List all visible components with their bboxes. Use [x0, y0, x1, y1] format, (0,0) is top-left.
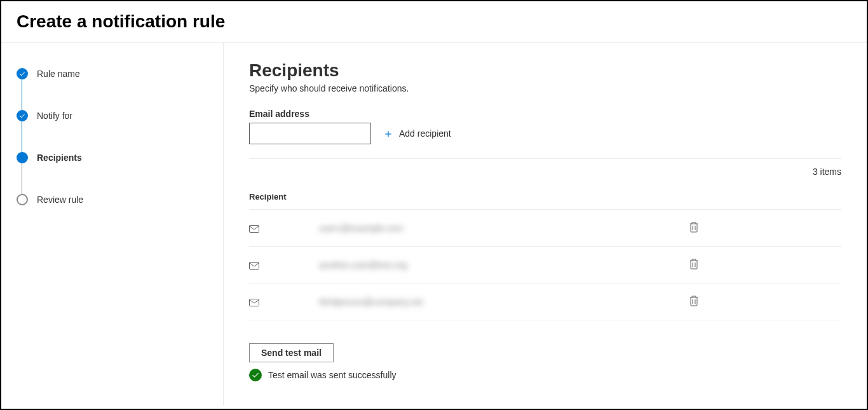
email-input[interactable] — [249, 123, 371, 144]
delete-button[interactable] — [686, 219, 702, 237]
table-row: user1@example.com — [249, 209, 841, 246]
wizard-step-label: Recipients — [37, 153, 82, 163]
recipient-table: user1@example.com another.user@test.org — [249, 209, 841, 320]
success-message: Test email was sent successfully — [249, 369, 841, 381]
section-title: Recipients — [249, 60, 841, 81]
delete-button[interactable] — [686, 256, 702, 274]
section-description: Specify who should receive notifications… — [249, 83, 841, 93]
svg-rect-2 — [250, 299, 259, 306]
email-field-label: Email address — [249, 109, 841, 119]
add-recipient-label: Add recipient — [399, 128, 451, 139]
table-column-header: Recipient — [249, 192, 841, 209]
pending-step-icon — [17, 194, 28, 205]
delete-button[interactable] — [686, 292, 702, 311]
trash-icon — [689, 295, 699, 306]
recipient-email: user1@example.com — [319, 223, 686, 233]
svg-rect-0 — [250, 225, 259, 232]
wizard-step-notify-for[interactable]: Notify for — [17, 110, 208, 152]
page-title: Create a notification rule — [17, 11, 851, 32]
wizard-step-review-rule[interactable]: Review rule — [17, 194, 208, 205]
plus-icon: ＋ — [383, 126, 394, 141]
add-recipient-button[interactable]: ＋ Add recipient — [383, 126, 451, 141]
main-content: Recipients Specify who should receive no… — [224, 43, 867, 406]
mail-icon — [249, 261, 259, 269]
wizard-step-label: Rule name — [37, 69, 80, 79]
current-step-icon — [17, 152, 28, 163]
send-test-mail-button[interactable]: Send test mail — [249, 343, 334, 362]
wizard-step-recipients[interactable]: Recipients — [17, 152, 208, 194]
wizard-step-rule-name[interactable]: Rule name — [17, 68, 208, 110]
table-row: thirdperson@company.net — [249, 283, 841, 320]
recipient-email: another.user@test.org — [319, 260, 686, 270]
trash-icon — [689, 221, 699, 233]
wizard-sidebar: Rule name Notify for Recipients Review r… — [1, 43, 224, 406]
checkmark-icon — [17, 68, 28, 79]
trash-icon — [689, 258, 699, 270]
success-message-text: Test email was sent successfully — [268, 370, 397, 380]
page-header: Create a notification rule — [1, 1, 867, 43]
mail-icon — [249, 298, 259, 306]
mail-icon — [249, 224, 259, 232]
wizard-steps: Rule name Notify for Recipients Review r… — [17, 68, 208, 205]
recipient-email: thirdperson@company.net — [319, 297, 686, 307]
success-check-icon — [249, 369, 262, 381]
checkmark-icon — [17, 110, 28, 121]
svg-rect-1 — [250, 262, 259, 269]
wizard-step-label: Notify for — [37, 111, 72, 121]
wizard-step-label: Review rule — [37, 195, 83, 205]
table-row: another.user@test.org — [249, 246, 841, 283]
items-count: 3 items — [249, 167, 841, 177]
divider — [249, 158, 841, 159]
